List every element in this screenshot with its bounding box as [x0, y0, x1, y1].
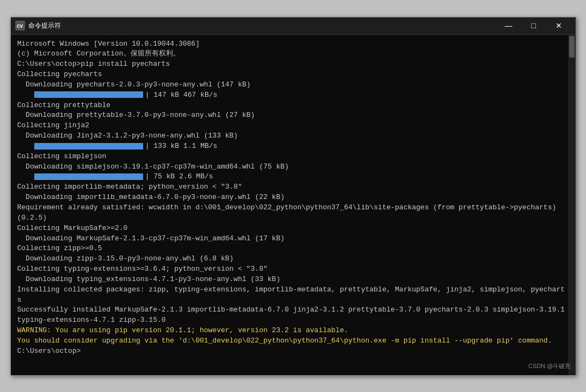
- terminal-line: Collecting jinja2: [17, 121, 569, 131]
- terminal-line: Downloading simplejson-3.19.1-cp37-cp37m…: [17, 162, 569, 172]
- terminal-line: Collecting prettytable: [17, 101, 569, 111]
- terminal-line: Installing collected packages: zipp, typ…: [17, 285, 569, 306]
- terminal-line: Collecting MarkupSafe>=2.0: [17, 223, 569, 234]
- progress-bar: [34, 143, 143, 150]
- terminal-line: Downloading pyecharts-2.0.3-py3-none-any…: [17, 80, 569, 90]
- close-button[interactable]: ✕: [546, 17, 571, 34]
- progress-label: | 147 kB 467 kB/s: [145, 91, 218, 99]
- terminal-line: (c) Microsoft Corporation。保留所有权利。: [17, 49, 569, 59]
- terminal-line: | 147 kB 467 kB/s: [17, 90, 569, 101]
- terminal-line: You should consider upgrading via the 'd…: [17, 336, 569, 346]
- terminal-output[interactable]: Microsoft Windows [Version 10.0.19044.30…: [11, 35, 576, 375]
- terminal-line: Downloading prettytable-3.7.0-py3-none-a…: [17, 110, 569, 121]
- terminal-line: C:\Users\octop>pip install pyecharts: [17, 59, 569, 70]
- scrollbar[interactable]: [568, 35, 576, 375]
- terminal-line: Downloading MarkupSafe-2.1.3-cp37-cp37m-…: [17, 234, 569, 244]
- terminal-line: Collecting simplejson: [17, 152, 569, 162]
- terminal-line: Collecting pyecharts: [17, 70, 569, 80]
- terminal-line: WARNING: You are using pip version 20.1.…: [17, 326, 569, 336]
- terminal-line: Downloading importlib_metadata-6.7.0-py3…: [17, 192, 569, 203]
- minimize-button[interactable]: —: [496, 17, 521, 34]
- terminal-line: Microsoft Windows [Version 10.0.19044.30…: [17, 39, 569, 49]
- terminal-line: Downloading Jinja2-3.1.2-py3-none-any.wh…: [17, 131, 569, 141]
- terminal-line: Requirement already satisfied: wcwidth i…: [17, 203, 569, 223]
- window-title: 命令提示符: [28, 21, 496, 30]
- terminal-line: Downloading zipp-3.15.0-py3-none-any.whl…: [17, 254, 569, 264]
- terminal-line: Collecting zipp>=0.5: [17, 244, 569, 254]
- terminal-line: | 133 kB 1.1 MB/s: [17, 141, 569, 152]
- terminal-line: Collecting typing-extensions>=3.6.4; pyt…: [17, 264, 569, 275]
- watermark: CSDN @斗破亮: [528, 362, 571, 371]
- window-icon: cv: [15, 21, 25, 30]
- terminal-line: Successfully installed MarkupSafe-2.1.3 …: [17, 305, 569, 326]
- scrollbar-thumb[interactable]: [569, 36, 575, 58]
- terminal-line: Collecting importlib-metadata; python_ve…: [17, 182, 569, 192]
- terminal-window: cv 命令提示符 — □ ✕ Microsoft Windows [Versio…: [10, 17, 576, 376]
- maximize-button[interactable]: □: [521, 17, 546, 34]
- progress-label: | 75 kB 2.6 MB/s: [145, 172, 213, 181]
- progress-label: | 133 kB 1.1 MB/s: [145, 142, 218, 150]
- terminal-line: C:\Users\octop>: [17, 346, 569, 357]
- window-controls: — □ ✕: [496, 17, 571, 34]
- title-bar: cv 命令提示符 — □ ✕: [11, 17, 576, 35]
- progress-bar: [34, 91, 143, 98]
- terminal-line: | 75 kB 2.6 MB/s: [17, 172, 569, 182]
- terminal-line: Downloading typing_extensions-4.7.1-py3-…: [17, 275, 569, 285]
- progress-bar: [34, 173, 143, 180]
